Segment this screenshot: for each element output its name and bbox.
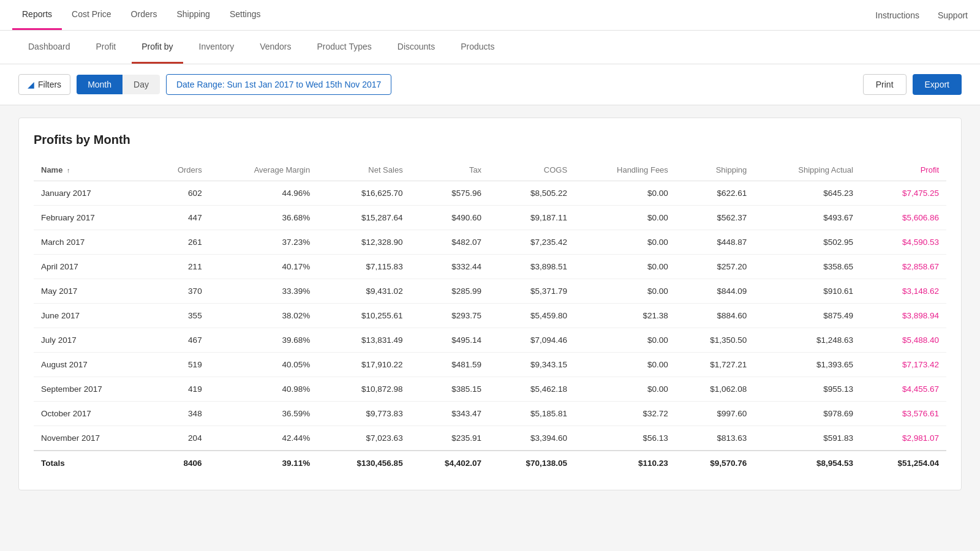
sub-tab-discounts[interactable]: Discounts [388, 31, 445, 64]
table-row: July 2017 467 39.68% $13,831.49 $495.14 … [34, 328, 946, 353]
cell-orders: 467 [149, 328, 209, 353]
table-row: September 2017 419 40.98% $10,872.98 $38… [34, 377, 946, 402]
cell-avg-margin: 42.44% [209, 426, 318, 451]
totals-label: Totals [34, 451, 149, 475]
cell-shipping-actual: $502.95 [754, 230, 861, 255]
cell-tax: $332.44 [410, 255, 489, 279]
date-range-button[interactable]: Date Range: Sun 1st Jan 2017 to Wed 15th… [166, 74, 391, 95]
cell-net-sales: $9,773.83 [317, 402, 410, 426]
cell-shipping-actual: $493.67 [754, 206, 861, 230]
table-row: October 2017 348 36.59% $9,773.83 $343.4… [34, 402, 946, 426]
cell-handling-fees: $0.00 [575, 230, 676, 255]
col-header-shipping[interactable]: Shipping [676, 159, 754, 181]
cell-tax: $482.07 [410, 230, 489, 255]
instructions-link[interactable]: Instructions [875, 10, 919, 20]
sub-tab-product-types[interactable]: Product Types [307, 31, 382, 64]
col-header-cogs[interactable]: COGS [489, 159, 575, 181]
cell-shipping-actual: $1,248.63 [754, 328, 861, 353]
cell-avg-margin: 36.59% [209, 402, 318, 426]
col-header-shipping-actual[interactable]: Shipping Actual [754, 159, 861, 181]
cell-profit: $3,148.62 [861, 279, 946, 304]
cell-shipping: $562.37 [676, 206, 754, 230]
card-title: Profits by Month [34, 133, 946, 147]
cell-tax: $285.99 [410, 279, 489, 304]
table-row: March 2017 261 37.23% $12,328.90 $482.07… [34, 230, 946, 255]
day-toggle-button[interactable]: Day [123, 75, 160, 94]
nav-tab-reports[interactable]: Reports [12, 0, 62, 30]
cell-profit: $3,898.94 [861, 304, 946, 328]
col-header-tax[interactable]: Tax [410, 159, 489, 181]
cell-handling-fees: $0.00 [575, 353, 676, 377]
cell-orders: 204 [149, 426, 209, 451]
month-toggle-button[interactable]: Month [77, 75, 123, 94]
cell-shipping-actual: $645.23 [754, 181, 861, 206]
col-header-orders[interactable]: Orders [149, 159, 209, 181]
col-header-profit[interactable]: Profit [861, 159, 946, 181]
top-nav-right: Instructions Support [875, 0, 968, 30]
col-header-avg-margin[interactable]: Average Margin [209, 159, 318, 181]
cell-profit: $5,488.40 [861, 328, 946, 353]
cell-shipping: $622.61 [676, 181, 754, 206]
sub-tab-profit-by[interactable]: Profit by [132, 31, 183, 64]
main-content: Profits by Month Name ↑ Orders Average M… [0, 105, 980, 503]
export-button[interactable]: Export [913, 74, 962, 95]
cell-cogs: $7,235.42 [489, 230, 575, 255]
filters-button[interactable]: ◢ Filters [18, 74, 70, 95]
cell-avg-margin: 40.05% [209, 353, 318, 377]
cell-name: January 2017 [34, 181, 149, 206]
totals-handling-fees: $110.23 [575, 451, 676, 475]
table-header-row: Name ↑ Orders Average Margin Net Sales T… [34, 159, 946, 181]
cell-tax: $481.59 [410, 353, 489, 377]
cell-avg-margin: 38.02% [209, 304, 318, 328]
cell-net-sales: $7,115.83 [317, 255, 410, 279]
cell-tax: $293.75 [410, 304, 489, 328]
sub-tab-products[interactable]: Products [451, 31, 504, 64]
col-header-net-sales[interactable]: Net Sales [317, 159, 410, 181]
print-button[interactable]: Print [863, 74, 907, 95]
cell-name: May 2017 [34, 279, 149, 304]
cell-handling-fees: $0.00 [575, 328, 676, 353]
sort-arrow-icon: ↑ [67, 167, 70, 174]
top-nav: Reports Cost Price Orders Shipping Setti… [0, 0, 980, 31]
cell-handling-fees: $0.00 [575, 279, 676, 304]
cell-handling-fees: $21.38 [575, 304, 676, 328]
totals-shipping-actual: $8,954.53 [754, 451, 861, 475]
cell-name: July 2017 [34, 328, 149, 353]
cell-name: August 2017 [34, 353, 149, 377]
cell-net-sales: $7,023.63 [317, 426, 410, 451]
cell-shipping-actual: $910.61 [754, 279, 861, 304]
col-header-handling-fees[interactable]: Handling Fees [575, 159, 676, 181]
cell-handling-fees: $0.00 [575, 377, 676, 402]
filters-label: Filters [38, 80, 61, 89]
col-header-name[interactable]: Name ↑ [34, 159, 149, 181]
cell-handling-fees: $56.13 [575, 426, 676, 451]
nav-tab-cost-price[interactable]: Cost Price [62, 0, 121, 30]
cell-cogs: $8,505.22 [489, 181, 575, 206]
nav-tab-orders[interactable]: Orders [121, 0, 167, 30]
cell-orders: 355 [149, 304, 209, 328]
table-row: February 2017 447 36.68% $15,287.64 $490… [34, 206, 946, 230]
cell-handling-fees: $0.00 [575, 255, 676, 279]
top-nav-left: Reports Cost Price Orders Shipping Setti… [12, 0, 875, 30]
totals-cogs: $70,138.05 [489, 451, 575, 475]
sub-tab-dashboard[interactable]: Dashboard [18, 31, 80, 64]
cell-shipping-actual: $955.13 [754, 377, 861, 402]
sub-tab-inventory[interactable]: Inventory [189, 31, 244, 64]
cell-net-sales: $15,287.64 [317, 206, 410, 230]
cell-cogs: $7,094.46 [489, 328, 575, 353]
sub-tab-profit[interactable]: Profit [86, 31, 126, 64]
cell-shipping: $1,062.08 [676, 377, 754, 402]
cell-shipping-actual: $591.83 [754, 426, 861, 451]
sub-tab-vendors[interactable]: Vendors [250, 31, 301, 64]
cell-shipping: $1,350.50 [676, 328, 754, 353]
cell-name: April 2017 [34, 255, 149, 279]
report-card: Profits by Month Name ↑ Orders Average M… [18, 118, 962, 490]
cell-net-sales: $9,431.02 [317, 279, 410, 304]
nav-tab-shipping[interactable]: Shipping [167, 0, 220, 30]
cell-net-sales: $16,625.70 [317, 181, 410, 206]
cell-orders: 348 [149, 402, 209, 426]
cell-orders: 370 [149, 279, 209, 304]
nav-tab-settings[interactable]: Settings [220, 0, 271, 30]
support-link[interactable]: Support [938, 10, 968, 20]
cell-shipping: $844.09 [676, 279, 754, 304]
